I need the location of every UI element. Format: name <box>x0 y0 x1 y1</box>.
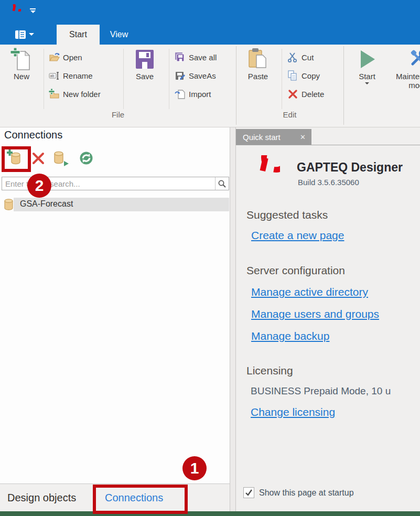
copy-icon <box>287 70 298 81</box>
server-configuration-heading: Server configuration <box>246 264 345 277</box>
panel-splitter[interactable] <box>230 127 236 511</box>
save-floppy-icon <box>134 48 156 71</box>
suggested-tasks-heading: Suggested tasks <box>246 209 328 221</box>
cut-label: Cut <box>301 53 314 62</box>
refresh-icon <box>79 150 94 166</box>
maintenance-mode-button[interactable]: Maintenance mode <box>387 46 420 101</box>
close-icon[interactable]: ✕ <box>300 129 306 145</box>
paste-button[interactable]: Paste <box>240 46 276 101</box>
edit-group-label: Edit <box>236 110 343 122</box>
reading-pane-icon <box>15 30 26 39</box>
save-all-label: Save all <box>189 53 217 62</box>
refresh-connections-button[interactable] <box>79 150 94 168</box>
save-button[interactable]: Save <box>127 46 162 101</box>
license-status-text: BUSINESS Prepaid Mode, 10 u <box>251 385 391 397</box>
checkbox-checked[interactable] <box>243 487 254 498</box>
delete-x-icon <box>287 89 298 100</box>
separator <box>44 49 44 109</box>
connections-panel: Connections <box>0 127 230 483</box>
start-run-label: Start <box>350 72 384 81</box>
tab-view-label: View <box>110 30 128 39</box>
build-number: Build 3.5.6.35060 <box>298 178 359 187</box>
delete-x-icon <box>31 152 45 165</box>
quick-start-panel: Quick start ✕ GAPTEQ Designer Build 3.5.… <box>236 127 420 511</box>
start-play-icon <box>356 48 378 71</box>
import-label: Import <box>189 90 211 99</box>
rename-button[interactable]: ab Rename <box>47 68 93 83</box>
create-new-page-link[interactable]: Create a new page <box>251 229 344 242</box>
import-button[interactable]: Import <box>173 86 211 102</box>
divider <box>236 145 420 145</box>
title-bar <box>0 0 420 25</box>
cut-button[interactable]: Cut <box>286 49 314 65</box>
tab-start[interactable]: Start <box>57 25 100 45</box>
paste-label: Paste <box>240 72 276 81</box>
chevron-down-icon <box>29 33 34 36</box>
save-as-label: SaveAs <box>189 71 216 80</box>
add-database-icon <box>7 149 23 166</box>
add-connection-button[interactable] <box>7 149 23 168</box>
tab-quick-start-label: Quick start <box>243 133 281 142</box>
open-button[interactable]: Open <box>47 49 82 65</box>
licensing-heading: Licensing <box>246 364 293 377</box>
gapteq-logo-icon <box>245 155 280 190</box>
new-button[interactable]: New <box>3 46 40 101</box>
database-icon <box>4 199 13 210</box>
delete-connection-button[interactable] <box>31 152 45 167</box>
connections-panel-title: Connections <box>4 129 62 141</box>
delete-label: Delete <box>301 90 324 99</box>
svg-text:ab: ab <box>50 74 55 78</box>
open-label: Open <box>63 53 82 62</box>
chevron-down-icon <box>365 82 369 84</box>
connections-search <box>2 177 229 190</box>
tab-start-label: Start <box>69 30 87 39</box>
rename-icon: ab <box>49 70 60 81</box>
search-button[interactable] <box>215 177 229 190</box>
separator <box>123 49 124 109</box>
new-label: New <box>3 72 40 81</box>
new-folder-icon <box>49 89 60 100</box>
save-all-icon <box>175 52 186 63</box>
tab-design-objects[interactable]: Design objects <box>7 484 76 511</box>
manage-backup-link[interactable]: Manage backup <box>251 330 329 342</box>
copy-label: Copy <box>301 71 320 80</box>
check-icon <box>244 488 254 498</box>
file-group-label: File <box>0 110 236 122</box>
manage-active-directory-link[interactable]: Manage active directory <box>251 286 368 298</box>
save-all-button[interactable]: Save all <box>173 49 217 65</box>
manage-users-groups-link[interactable]: Manage users and groups <box>251 308 379 320</box>
test-connection-button[interactable] <box>53 150 70 168</box>
import-icon <box>175 89 186 100</box>
tab-quick-start[interactable]: Quick start ✕ <box>236 129 311 145</box>
rename-label: Rename <box>63 71 93 80</box>
new-folder-label: New folder <box>63 90 101 99</box>
page-title: GAPTEQ Designer <box>297 160 403 175</box>
show-startup-checkbox[interactable]: Show this page at startup <box>243 487 354 498</box>
gapteq-logo-icon <box>6 4 21 19</box>
status-bar <box>0 511 420 516</box>
search-icon <box>218 179 227 188</box>
ribbon: New Open ab Rename New folder <box>0 45 420 127</box>
separator <box>282 49 282 109</box>
quick-access-dropdown-icon[interactable] <box>29 8 36 13</box>
save-as-button[interactable]: SaveAs <box>173 68 216 83</box>
tab-view[interactable]: View <box>100 25 138 45</box>
maintenance-mode-label: Maintenance mode <box>387 72 420 90</box>
change-licensing-link[interactable]: Change licensing <box>251 406 335 418</box>
left-panel-tab-strip: Design objects Connections <box>0 483 230 511</box>
group-separator <box>343 46 344 125</box>
start-run-button[interactable]: Start <box>350 46 384 101</box>
connection-list-item[interactable]: GSA-Forecast <box>0 198 230 211</box>
open-folder-icon <box>49 52 60 63</box>
save-as-icon <box>175 70 186 81</box>
save-label: Save <box>127 72 162 81</box>
new-document-icon <box>10 48 33 71</box>
copy-button[interactable]: Copy <box>286 68 320 83</box>
delete-button[interactable]: Delete <box>286 86 324 102</box>
maintenance-tools-icon <box>407 48 420 71</box>
tab-connections[interactable]: Connections <box>105 484 163 511</box>
new-folder-button[interactable]: New folder <box>47 86 101 102</box>
show-startup-label: Show this page at startup <box>259 488 354 498</box>
search-input[interactable] <box>2 177 229 190</box>
app-menu-button[interactable] <box>15 27 39 41</box>
